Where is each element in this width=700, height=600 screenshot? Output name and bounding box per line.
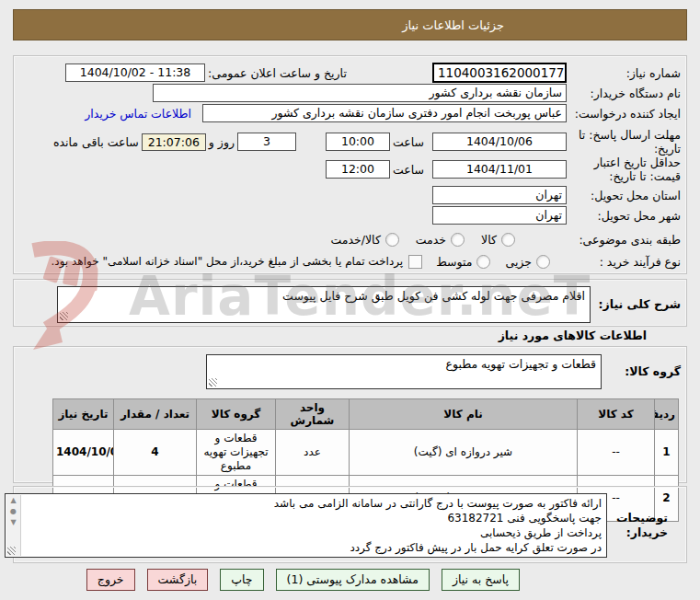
table-row: 1 -- شیر دروازه ای (گیت) عدد قطعات و تجه… <box>53 430 679 476</box>
table-cell: -- <box>578 430 655 476</box>
resize-grip-icon[interactable] <box>7 547 16 555</box>
process-option-medium[interactable]: متوسط <box>436 255 490 269</box>
deadline-hour-label: ساعت <box>390 135 427 149</box>
goods-table-header-row: ردیف کد کالا نام کالا واحد شمارش گروه کا… <box>53 399 679 430</box>
treasury-checkbox-option[interactable]: پرداخت تمام یا بخشی از مبلغ خرید،از محل … <box>52 255 423 269</box>
buyer-org-row: نام دستگاه خریدار: سازمان نقشه برداری کش… <box>19 84 681 102</box>
time-remaining-label: ساعت باقی مانده <box>51 135 142 149</box>
process-option-label: جزیی <box>505 255 532 269</box>
radio-icon[interactable] <box>536 255 550 269</box>
goods-group-textarea[interactable]: قطعات و تجهیزات تهویه مطبوع <box>206 354 602 389</box>
resize-grip-icon[interactable] <box>209 378 217 387</box>
process-type-label: نوع فرآیند خرید : <box>567 255 681 269</box>
price-validity-row: حداقل تاریخ اعتبار قیمت: تا تاریخ: 1404/… <box>19 156 681 182</box>
province-label: استان محل تحویل: <box>567 189 681 202</box>
buyer-note-line: در صورت تعلق کرایه حمل بار در پیش فاکتور… <box>24 540 602 555</box>
header-cell: تعداد / مقدار <box>114 399 197 430</box>
resize-grip-icon[interactable] <box>60 312 68 320</box>
table-cell: عدد <box>276 430 350 476</box>
page-title: جزئیات اطلاعات نیاز <box>402 18 686 32</box>
page-title-bar: جزئیات اطلاعات نیاز <box>13 9 687 40</box>
announce-datetime-field: 1404/10/02 - 11:38 <box>65 63 205 82</box>
price-validity-label: حداقل تاریخ اعتبار قیمت: تا تاریخ: <box>567 156 681 183</box>
classification-option-label: کالا <box>481 233 497 247</box>
classification-option-label: خدمت <box>416 233 446 247</box>
goods-groupbox: گروه کالا: قطعات و تجهیزات تهویه مطبوع ر… <box>13 346 687 483</box>
header-cell: واحد شمارش <box>276 399 350 430</box>
classification-option-goods[interactable]: کالا <box>481 233 515 247</box>
need-description-groupbox: شرح کلی نیاز: اقلام مصرفی جهت لوله کشی ف… <box>13 279 687 327</box>
buyer-note-line: جهت پاسخگویی فنی 63182721 <box>24 511 602 525</box>
buyer-notes-label: توضیحات خریدار: <box>607 511 668 539</box>
need-description-label: شرح کلی نیاز: <box>591 297 681 312</box>
header-cell: نام کالا <box>350 399 578 430</box>
announce-datetime-label: تاریخ و ساعت اعلان عمومی: <box>205 66 350 80</box>
buyer-contact-link[interactable]: اطلاعات تماس خریدار <box>85 107 191 121</box>
radio-icon[interactable] <box>476 255 490 269</box>
process-type-row: نوع فرآیند خرید : جزیی متوسط پرداخت تمام… <box>19 251 681 271</box>
price-validity-hour-field: 12:00 <box>326 160 390 179</box>
goods-group-text: قطعات و تجهیزات تهویه مطبوع <box>212 357 596 371</box>
process-option-label: متوسط <box>436 255 472 269</box>
classification-option-goods-service[interactable]: کالا/خدمت <box>330 233 398 247</box>
back-button[interactable]: بازگشت <box>147 569 209 591</box>
city-field: تهران <box>432 206 567 225</box>
goods-group-label: گروه کالا: <box>602 364 681 379</box>
classification-row: طبقه بندی موضوعی: کالا خدمت کالا/خدمت <box>19 229 681 249</box>
buyer-note-line: ارائه فاکتور به صورت پیوست با درج گارانت… <box>24 496 602 511</box>
table-cell: 1 <box>655 430 679 476</box>
radio-icon[interactable] <box>501 233 515 247</box>
buyer-org-label: نام دستگاه خریدار: <box>567 87 681 100</box>
classification-option-label: کالا/خدمت <box>330 233 380 247</box>
reply-deadline-hour-field: 10:00 <box>326 133 390 151</box>
exit-button[interactable]: خروج <box>86 569 135 591</box>
header-cell: ردیف <box>655 399 679 430</box>
view-attached-docs-button[interactable]: مشاهده مدارک پیوستی (1) <box>276 569 430 591</box>
classification-option-service[interactable]: خدمت <box>416 233 465 247</box>
reply-deadline-label: مهلت ارسال پاسخ: تا تاریخ: <box>567 128 681 156</box>
table-cell: 4 <box>114 430 197 476</box>
checkbox-icon[interactable] <box>408 255 422 269</box>
validity-hour-label: ساعت <box>390 163 427 177</box>
need-description-textarea[interactable]: اقلام مصرفی جهت لوله کشی فن کویل طبق شرح… <box>57 286 591 323</box>
need-number-field: 1104003162000177 <box>432 63 567 83</box>
days-remaining-field: 3 <box>237 133 296 151</box>
buyer-notes-groupbox: توضیحات خریدار: ارائه فاکتور به صورت پیو… <box>13 486 687 563</box>
reply-deadline-date-field: 1404/10/06 <box>432 133 567 151</box>
creator-field: عباس پوربخت انجام امور دفتری سازمان نقشه… <box>202 104 567 122</box>
header-cell: تاریخ نیاز <box>53 399 114 430</box>
scroll-up-icon[interactable]: ▲ <box>10 495 16 506</box>
time-remaining-box: 21:07:06 <box>142 133 206 151</box>
buyer-note-line: پرداخت از طریق ذیحسابی <box>24 525 602 540</box>
need-info-groupbox: شماره نیاز: 1104003162000177 تاریخ و ساع… <box>13 55 687 274</box>
goods-section-title: اطلاعات کالاهای مورد نیاز <box>499 329 647 342</box>
price-validity-date-field: 1404/11/01 <box>432 160 567 179</box>
days-label: روز و <box>206 135 237 149</box>
province-field: تهران <box>432 186 567 204</box>
table-cell: 1404/10/06 <box>53 430 114 476</box>
process-option-minor[interactable]: جزیی <box>505 255 550 269</box>
radio-icon[interactable] <box>451 233 465 247</box>
reply-deadline-row: مهلت ارسال پاسخ: تا تاریخ: 1404/10/06 سا… <box>19 129 681 155</box>
city-label: شهر محل تحویل: <box>567 209 681 223</box>
need-number-label: شماره نیاز: <box>567 66 681 80</box>
scroll-down-icon[interactable]: ▼ <box>10 517 16 528</box>
need-description-text: اقلام مصرفی جهت لوله کشی فن کویل طبق شرح… <box>63 289 585 303</box>
need-number-row: شماره نیاز: 1104003162000177 تاریخ و ساع… <box>19 63 681 82</box>
reply-to-need-button[interactable]: پاسخ به نیاز <box>442 569 520 591</box>
table-cell: شیر دروازه ای (گیت) <box>350 430 578 476</box>
buyer-notes-textarea[interactable]: ارائه فاکتور به صورت پیوست با درج گارانت… <box>5 493 607 558</box>
creator-label: ایجاد کننده درخواست: <box>567 107 681 121</box>
creator-row: ایجاد کننده درخواست: عباس پوربخت انجام ا… <box>19 104 681 122</box>
classification-label: طبقه بندی موضوعی: <box>567 233 681 247</box>
treasury-note-label: پرداخت تمام یا بخشی از مبلغ خرید،از محل … <box>52 255 404 268</box>
scroll-thumb-icon[interactable]: ● <box>10 506 17 517</box>
print-button[interactable]: چاپ <box>220 569 263 591</box>
header-cell: گروه کالا <box>197 399 276 430</box>
buyer-org-field: سازمان نقشه برداری کشور <box>153 84 567 102</box>
action-buttons-row: پاسخ به نیاز مشاهده مدارک پیوستی (1) چاپ… <box>86 569 520 591</box>
radio-icon[interactable] <box>385 233 399 247</box>
header-cell: کد کالا <box>578 399 655 430</box>
province-row: استان محل تحویل: تهران <box>19 186 681 204</box>
city-row: شهر محل تحویل: تهران <box>19 206 681 225</box>
